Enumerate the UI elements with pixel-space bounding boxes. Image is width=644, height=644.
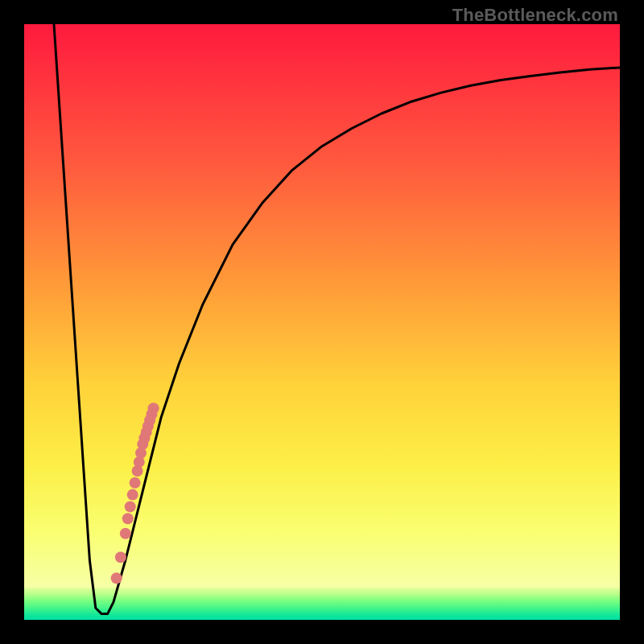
chart-svg xyxy=(24,24,620,620)
data-dots xyxy=(111,402,159,584)
data-dot xyxy=(120,528,131,539)
data-dot xyxy=(127,489,138,501)
chart-frame: TheBottleneck.com xyxy=(0,0,644,644)
data-dot xyxy=(130,477,141,489)
plot-area xyxy=(24,24,620,620)
data-dot xyxy=(115,551,126,563)
data-dot xyxy=(148,402,159,414)
watermark-text: TheBottleneck.com xyxy=(452,5,618,26)
data-dot xyxy=(125,501,136,512)
data-dot xyxy=(122,513,134,524)
data-dot xyxy=(111,572,122,584)
bottleneck-curve xyxy=(54,24,620,614)
